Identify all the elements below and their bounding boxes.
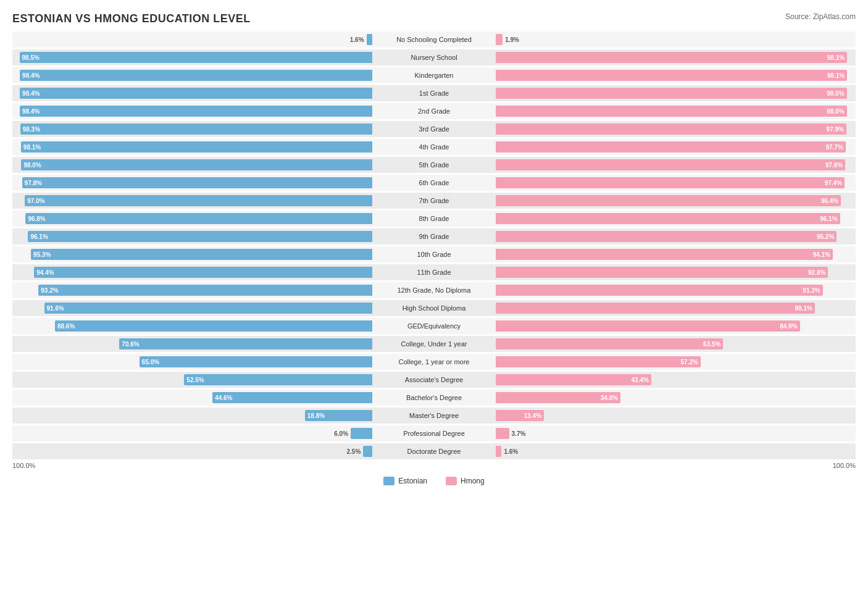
value-left: 97.0%	[25, 198, 44, 204]
bar-row: 96.8%8th Grade96.1%	[12, 211, 856, 227]
bar-row: 98.4%Kindergarten98.1%	[12, 67, 856, 83]
bar-blue: 70.6%	[119, 338, 372, 349]
bar-blue	[351, 428, 372, 439]
bar-blue: 98.4%	[20, 88, 372, 99]
bar-row: 97.8%6th Grade97.4%	[12, 175, 856, 191]
left-section: 44.6%	[12, 390, 372, 406]
left-section: 6.0%	[12, 425, 372, 441]
bar-label: College, 1 year or more	[372, 358, 496, 366]
bar-row: 98.4%2nd Grade98.0%	[12, 103, 856, 119]
value-right: 97.4%	[825, 180, 845, 186]
value-right: 92.8%	[808, 269, 828, 276]
bar-label: 7th Grade	[372, 197, 496, 204]
value-left: 96.1%	[28, 233, 48, 240]
bar-blue: 98.0%	[21, 159, 372, 170]
right-section: 92.8%	[496, 264, 856, 280]
bar-label: 4th Grade	[372, 143, 496, 151]
bar-blue: 98.3%	[20, 123, 372, 135]
left-section: 97.8%	[12, 175, 372, 191]
bar-row: 98.4%1st Grade98.0%	[12, 85, 856, 101]
right-section: 98.1%	[496, 67, 856, 83]
value-left: 52.5%	[184, 377, 204, 383]
value-left: 98.5%	[20, 54, 40, 61]
bar-blue: 44.6%	[212, 392, 372, 403]
chart-title: ESTONIAN VS HMONG EDUCATION LEVEL	[12, 12, 856, 25]
bar-pink: 84.9%	[496, 320, 799, 332]
bar-blue: 96.1%	[28, 231, 372, 242]
left-section: 18.8%	[12, 408, 372, 424]
bar-label: Master's Degree	[372, 412, 496, 419]
bar-label: 12th Grade, No Diploma	[372, 286, 496, 294]
value-right: 95.2%	[817, 233, 837, 240]
value-right: 84.9%	[780, 323, 799, 330]
value-right: 43.4%	[632, 377, 651, 383]
value-right: 89.1%	[795, 305, 815, 312]
bar-label: No Schooling Completed	[372, 36, 496, 43]
bar-blue: 95.3%	[31, 249, 372, 260]
value-left: 98.4%	[20, 72, 40, 79]
left-section: 98.3%	[12, 121, 372, 137]
bar-pink: 97.6%	[496, 159, 845, 170]
bar-label: 5th Grade	[372, 161, 496, 169]
bar-pink: 89.1%	[496, 303, 815, 314]
bar-row: 2.5%Doctorate Degree1.6%	[12, 443, 856, 459]
value-right: 98.1%	[827, 54, 847, 61]
left-section: 95.3%	[12, 246, 372, 262]
bar-row: 52.5%Associate's Degree43.4%	[12, 372, 856, 388]
bar-row: 88.6%GED/Equivalency84.9%	[12, 318, 856, 334]
bar-label: High School Diploma	[372, 304, 496, 312]
value-right: 98.0%	[827, 90, 846, 97]
bar-blue: 52.5%	[184, 374, 372, 385]
bar-blue: 97.8%	[22, 177, 372, 188]
bar-pink: 34.8%	[496, 392, 620, 403]
bar-pink: 98.0%	[496, 88, 846, 99]
value-right-outside: 1.6%	[503, 448, 518, 455]
bar-label: GED/Equivalency	[372, 322, 496, 330]
value-left: 95.3%	[31, 251, 51, 258]
value-left: 98.1%	[21, 144, 41, 151]
bar-pink	[496, 428, 509, 439]
bar-label: Nursery School	[372, 54, 496, 61]
bar-pink: 95.2%	[496, 231, 837, 242]
value-right: 91.3%	[803, 287, 822, 294]
bar-row: 98.5%Nursery School98.1%	[12, 49, 856, 65]
bar-row: 94.4%11th Grade92.8%	[12, 264, 856, 280]
bar-blue: 94.4%	[34, 267, 372, 278]
bar-blue: 93.2%	[38, 285, 372, 296]
bar-pink: 57.2%	[496, 356, 701, 367]
bar-row: 1.6%No Schooling Completed1.9%	[12, 31, 856, 48]
left-section: 98.5%	[12, 49, 372, 65]
bar-pink: 97.7%	[496, 141, 846, 153]
right-section: 84.9%	[496, 318, 856, 334]
right-section: 43.4%	[496, 372, 856, 388]
left-section: 94.4%	[12, 264, 372, 280]
bar-pink: 96.4%	[496, 195, 841, 206]
bar-pink: 97.9%	[496, 123, 846, 135]
bar-row: 93.2%12th Grade, No Diploma91.3%	[12, 282, 856, 298]
right-section: 97.9%	[496, 121, 856, 137]
value-left: 93.2%	[38, 287, 58, 294]
bar-blue: 97.0%	[25, 195, 372, 206]
bar-row: 70.6%College, Under 1 year63.5%	[12, 336, 856, 352]
bar-pink	[496, 34, 503, 45]
value-left: 44.6%	[212, 395, 232, 401]
legend-estonian-box	[383, 477, 394, 485]
right-section: 95.2%	[496, 228, 856, 245]
right-section: 57.2%	[496, 354, 856, 370]
left-section: 98.4%	[12, 67, 372, 83]
value-left-outside: 2.5%	[347, 448, 362, 455]
bar-label: Professional Degree	[372, 430, 496, 437]
axis-labels: 100.0% 100.0%	[12, 462, 856, 469]
right-section: 97.7%	[496, 139, 856, 155]
value-right: 96.4%	[821, 198, 841, 204]
value-left: 96.8%	[25, 215, 45, 222]
value-right: 97.9%	[827, 126, 846, 133]
bar-row: 98.1%4th Grade97.7%	[12, 139, 856, 155]
legend-estonian-label: Estonian	[398, 477, 427, 485]
legend-hmong-label: Hmong	[461, 477, 485, 485]
bar-pink: 43.4%	[496, 374, 651, 385]
value-right: 57.2%	[681, 359, 701, 366]
bar-pink: 98.1%	[496, 52, 847, 63]
bar-blue: 88.6%	[55, 320, 372, 332]
right-section: 1.6%	[496, 443, 856, 459]
